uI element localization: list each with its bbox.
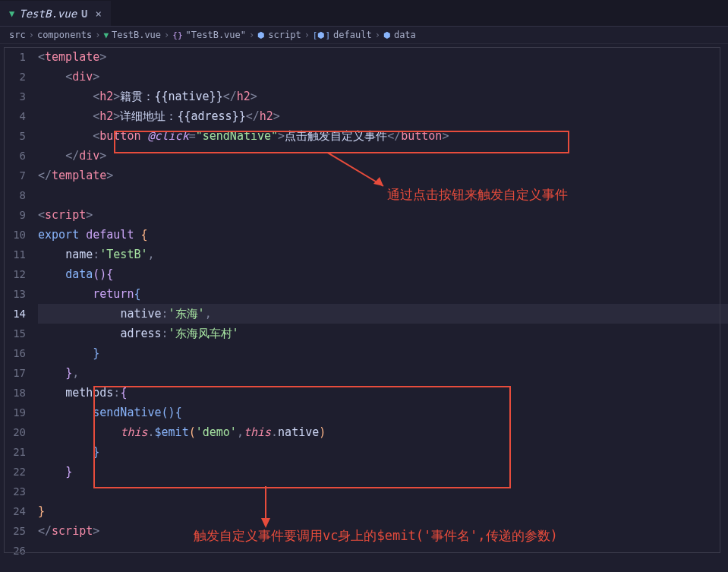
code-line: adress:'东海风车村' [38, 324, 728, 343]
code-line: native:'东海', [38, 304, 728, 324]
tab-bar: ▼ TestB.vue U × [0, 0, 728, 27]
file-tab[interactable]: ▼ TestB.vue U × [0, 0, 111, 26]
code-content[interactable]: <template> <div> <h2>籍贯：{{native}}</h2> … [38, 44, 728, 561]
vue-icon: ▼ [9, 8, 14, 19]
code-line: } [38, 501, 728, 521]
code-line [38, 185, 728, 205]
code-line: } [38, 343, 728, 363]
code-line: }, [38, 363, 728, 383]
code-line: methods:{ [38, 383, 728, 403]
chevron-right-icon: › [95, 30, 100, 40]
code-line: } [38, 442, 728, 462]
cube-icon: ⬢ [383, 30, 391, 40]
code-line: </div> [38, 146, 728, 166]
code-line: <h2>籍贯：{{native}}</h2> [38, 87, 728, 106]
tab-filename: TestB.vue [19, 8, 77, 20]
annotation-text: 通过点击按钮来触发自定义事件 [387, 186, 568, 204]
breadcrumb-item[interactable]: ▼TestB.vue [103, 30, 161, 40]
breadcrumb: src › components › ▼TestB.vue › {}"TestB… [0, 27, 728, 44]
annotation-text: 触发自定义事件要调用vc身上的$emit('事件名',传递的参数) [194, 527, 558, 545]
breadcrumb-item[interactable]: {}"TestB.vue" [172, 30, 246, 40]
code-line: export default { [38, 225, 728, 245]
breadcrumb-item[interactable]: ⬢script [257, 30, 301, 40]
chevron-right-icon: › [304, 30, 310, 40]
code-line: this.$emit('demo',this.native) [38, 422, 728, 442]
close-icon[interactable]: × [96, 8, 102, 20]
chevron-right-icon: › [249, 30, 254, 40]
code-line: data(){ [38, 264, 728, 284]
cube-icon: ⬢ [257, 30, 265, 40]
braces-icon: {} [172, 30, 182, 40]
code-line: return{ [38, 284, 728, 304]
modified-indicator: U [81, 8, 87, 20]
variable-icon: [⬢] [313, 30, 330, 40]
code-line: <script> [38, 205, 728, 225]
code-line: <template> [38, 47, 728, 67]
code-line: sendNative(){ [38, 403, 728, 422]
code-line: name:'TestB', [38, 245, 728, 264]
breadcrumb-item[interactable]: components [37, 30, 92, 40]
chevron-right-icon: › [375, 30, 380, 40]
chevron-right-icon: › [164, 30, 169, 40]
code-line: <h2>详细地址：{{adress}}</h2> [38, 106, 728, 126]
breadcrumb-item[interactable]: ⬢data [383, 30, 416, 40]
breadcrumb-item[interactable]: src [9, 30, 26, 40]
code-line: } [38, 462, 728, 482]
chevron-right-icon: › [29, 30, 34, 40]
code-editor[interactable]: 1 2 3 4 5 6 7 8 9 10 11 12 13 14 15 16 1… [0, 44, 728, 561]
breadcrumb-item[interactable]: [⬢]default [313, 30, 372, 40]
code-line: <div> [38, 67, 728, 87]
vue-icon: ▼ [103, 30, 109, 40]
code-line [38, 482, 728, 501]
code-line: </template> [38, 166, 728, 185]
code-line: <button @click="sendNative">点击触发自定义事件</b… [38, 126, 728, 146]
line-number-gutter: 1 2 3 4 5 6 7 8 9 10 11 12 13 14 15 16 1… [0, 44, 38, 561]
